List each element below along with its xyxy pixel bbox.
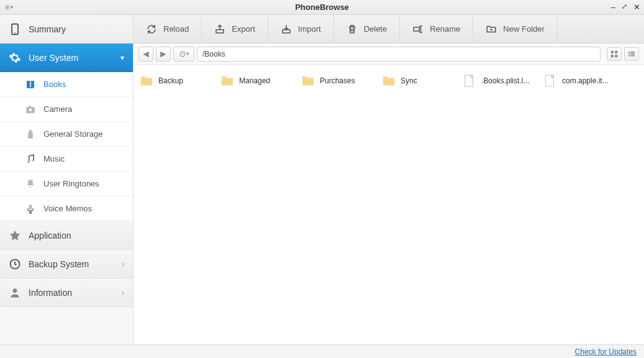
title-bar: ≡▾ PhoneBrowse – ⤢ ✕ <box>0 0 644 15</box>
section-label: Application <box>29 231 71 241</box>
toolbar: Reload Export Import Delete Rename New F… <box>134 15 644 44</box>
file-label: Purchases <box>320 76 355 85</box>
rename-button[interactable]: Rename <box>400 15 473 43</box>
nav-back-button[interactable]: ◄ <box>138 47 153 62</box>
section-user-system[interactable]: User System ▾ <box>0 44 133 72</box>
phone-icon <box>9 23 21 35</box>
nav-forward-button[interactable]: ► <box>156 47 171 62</box>
folder-icon <box>301 74 315 88</box>
folder-item[interactable]: Managed <box>217 71 297 91</box>
file-icon <box>543 74 557 88</box>
sidebar-item-label: Music <box>43 154 65 163</box>
reload-icon <box>146 24 157 35</box>
section-summary[interactable]: Summary <box>0 15 133 44</box>
section-label: Information <box>29 288 72 298</box>
usb-icon <box>25 129 36 140</box>
check-updates-link[interactable]: Check for Updates <box>575 347 637 356</box>
camera-icon <box>25 104 36 115</box>
folder-item[interactable]: Purchases <box>297 71 378 91</box>
app-menu-icon[interactable]: ≡▾ <box>0 3 18 12</box>
sidebar-item-music[interactable]: Music <box>0 147 133 172</box>
user-system-subitems: Books Camera General Storage Music User … <box>0 72 133 221</box>
section-label: Summary <box>29 24 66 34</box>
gear-icon <box>9 52 21 64</box>
chevron-right-icon: › <box>122 260 124 268</box>
toolbar-label: New Folder <box>503 24 544 34</box>
toolbar-label: Rename <box>430 24 460 34</box>
mic-icon <box>25 203 36 214</box>
export-button[interactable]: Export <box>202 15 268 43</box>
trash-icon <box>347 24 358 35</box>
book-icon <box>25 79 36 90</box>
chevron-right-icon: › <box>122 288 124 297</box>
section-label: User System <box>29 53 78 63</box>
history-button[interactable]: ▾ <box>173 47 194 62</box>
file-item[interactable]: com.apple.it... <box>540 71 620 91</box>
window-title: PhoneBrowse <box>295 2 349 12</box>
file-label: Backup <box>158 76 183 85</box>
file-icon <box>463 74 476 88</box>
section-application[interactable]: Application <box>0 221 133 250</box>
toolbar-label: Delete <box>364 24 388 34</box>
sidebar-item-label: Camera <box>43 104 72 114</box>
minimize-button[interactable]: – <box>611 3 615 11</box>
user-icon <box>9 287 21 299</box>
nav-bar: ◄ ► ▾ /Books <box>134 44 644 65</box>
sidebar-item-label: Books <box>43 80 66 89</box>
file-label: Sync <box>401 76 417 85</box>
folder-item[interactable]: Sync <box>378 71 459 91</box>
section-information[interactable]: Information › <box>0 278 133 307</box>
export-icon <box>214 24 225 35</box>
section-label: Backup System <box>29 259 89 269</box>
view-grid-button[interactable] <box>607 47 622 61</box>
new-folder-icon <box>486 24 497 35</box>
sidebar-item-books[interactable]: Books <box>0 72 133 97</box>
file-label: Managed <box>239 76 270 85</box>
reload-button[interactable]: Reload <box>134 15 202 43</box>
file-area: BackupManagedPurchasesSync.Books.plist.l… <box>134 65 644 344</box>
file-label: .Books.plist.l... <box>481 76 529 85</box>
chevron-down-icon: ▾ <box>120 53 124 62</box>
bell-icon <box>25 178 36 190</box>
file-label: com.apple.it... <box>562 76 609 85</box>
folder-icon <box>140 74 153 88</box>
close-button[interactable]: ✕ <box>633 3 640 11</box>
maximize-button[interactable]: ⤢ <box>622 3 627 11</box>
sidebar-item-camera[interactable]: Camera <box>0 97 133 122</box>
sidebar-item-general-storage[interactable]: General Storage <box>0 122 133 147</box>
rename-icon <box>412 24 424 35</box>
clock-icon <box>9 258 21 270</box>
folder-icon <box>220 74 234 88</box>
path-input[interactable]: /Books <box>197 47 601 62</box>
sidebar-item-label: General Storage <box>43 129 102 139</box>
import-button[interactable]: Import <box>268 15 334 43</box>
toolbar-label: Export <box>232 24 255 34</box>
new-folder-button[interactable]: New Folder <box>473 15 557 43</box>
app-icon <box>9 229 21 242</box>
file-item[interactable]: .Books.plist.l... <box>459 71 540 91</box>
sidebar: Summary User System ▾ Books Camera Gener… <box>0 15 134 344</box>
view-list-button[interactable] <box>624 47 639 61</box>
sidebar-item-label: User Ringtones <box>43 179 99 188</box>
folder-item[interactable]: Backup <box>136 71 217 91</box>
status-bar: Check for Updates <box>0 344 644 358</box>
music-icon <box>25 154 36 165</box>
delete-button[interactable]: Delete <box>334 15 401 43</box>
content-area: Reload Export Import Delete Rename New F… <box>134 15 644 344</box>
sidebar-spacer <box>0 307 133 344</box>
toolbar-label: Reload <box>163 24 189 34</box>
sidebar-item-label: Voice Memos <box>43 204 92 213</box>
folder-icon <box>382 74 396 88</box>
sidebar-item-user-ringtones[interactable]: User Ringtones <box>0 172 133 196</box>
sidebar-item-voice-memos[interactable]: Voice Memos <box>0 196 133 221</box>
import-icon <box>281 24 292 35</box>
toolbar-label: Import <box>298 24 321 34</box>
section-backup-system[interactable]: Backup System › <box>0 250 133 278</box>
